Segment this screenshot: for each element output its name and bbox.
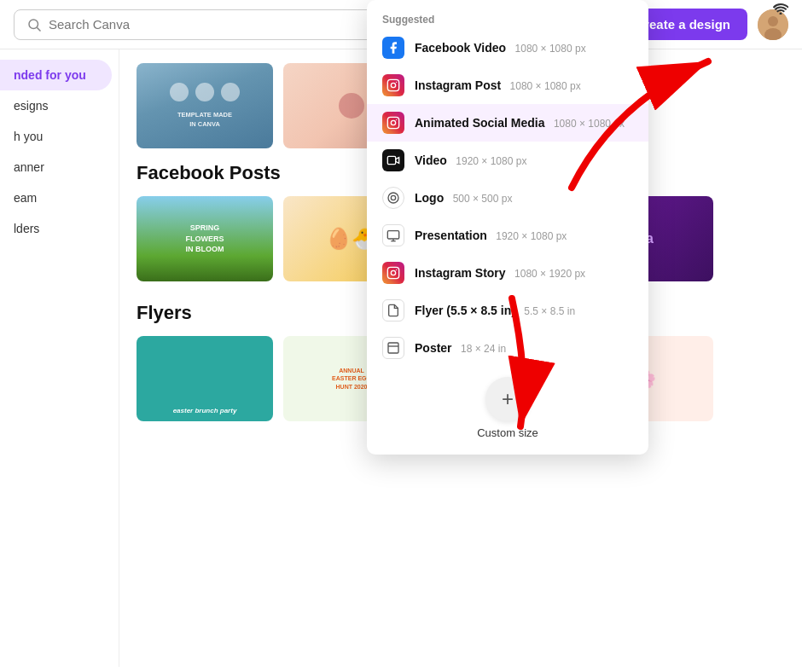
- template-card-blue[interactable]: TEMPLATE MADEIN CANVA: [137, 63, 273, 148]
- svg-rect-18: [387, 267, 398, 278]
- svg-point-0: [29, 20, 38, 29]
- sidebar: nded for you esigns h you anner eam lder…: [0, 49, 119, 667]
- facebook-icon: [382, 37, 404, 59]
- svg-rect-21: [388, 343, 398, 353]
- poster-icon: [382, 337, 404, 359]
- instagram-icon: [382, 74, 404, 96]
- svg-rect-12: [387, 156, 395, 164]
- svg-point-14: [391, 195, 395, 200]
- dropdown-item-facebook-video[interactable]: Facebook Video 1080 × 1080 px: [367, 29, 648, 67]
- svg-point-13: [388, 193, 398, 203]
- svg-line-1: [37, 27, 40, 31]
- sidebar-item-designs[interactable]: esigns: [0, 90, 119, 121]
- dropdown-item-poster[interactable]: Poster 18 × 24 in: [367, 329, 648, 367]
- dropdown-item-video[interactable]: Video 1920 × 1080 px: [367, 142, 648, 179]
- sidebar-item-brand[interactable]: anner: [0, 152, 119, 182]
- dropdown-item-flyer[interactable]: Flyer (5.5 × 8.5 in) 5.5 × 8.5 in: [367, 292, 648, 329]
- instagram-story-icon: [382, 262, 404, 284]
- svg-point-4: [768, 16, 778, 26]
- custom-size-area: + Custom size: [367, 367, 648, 443]
- svg-point-19: [391, 270, 395, 275]
- wifi-icon: [773, 3, 788, 17]
- dropdown-item-animated-social[interactable]: Animated Social Media 1080 × 1080 px: [367, 104, 648, 142]
- sidebar-item-shared[interactable]: h you: [0, 121, 119, 152]
- sidebar-item-folders[interactable]: lders: [0, 213, 119, 244]
- svg-point-8: [396, 82, 397, 83]
- svg-rect-9: [387, 117, 398, 128]
- dropdown-item-presentation[interactable]: Presentation 1920 × 1080 px: [367, 217, 648, 254]
- custom-size-label: Custom size: [477, 426, 538, 439]
- sidebar-item-recommended[interactable]: nded for you: [0, 60, 112, 90]
- svg-rect-6: [387, 79, 398, 90]
- flyer-card-brunch[interactable]: easter brunch party: [137, 336, 273, 421]
- animated-social-icon: [382, 112, 404, 134]
- dropdown-menu: Suggested Facebook Video 1080 × 1080 px: [367, 0, 648, 455]
- svg-point-11: [396, 119, 397, 120]
- svg-rect-15: [387, 231, 398, 239]
- video-icon: [382, 149, 404, 171]
- custom-size-button[interactable]: +: [485, 377, 530, 421]
- main-layout: nded for you esigns h you anner eam lder…: [0, 49, 802, 667]
- status-icons: [773, 3, 788, 17]
- search-icon: [26, 17, 42, 32]
- svg-point-10: [391, 120, 395, 125]
- presentation-icon: [382, 224, 404, 246]
- fb-card-spring[interactable]: SPRINGFLOWERSIN BLOOM: [137, 196, 273, 281]
- sidebar-item-team[interactable]: eam: [0, 182, 119, 213]
- svg-point-7: [391, 83, 395, 87]
- logo-icon: [382, 187, 404, 209]
- svg-point-20: [396, 269, 397, 270]
- dropdown-item-instagram-story[interactable]: Instagram Story 1080 × 1920 px: [367, 254, 648, 292]
- dropdown-item-instagram-post[interactable]: Instagram Post 1080 × 1080 px: [367, 67, 648, 104]
- dropdown-item-logo[interactable]: Logo 500 × 500 px: [367, 179, 648, 217]
- dropdown-section-label: Suggested: [367, 9, 648, 29]
- flyer-icon: [382, 299, 404, 322]
